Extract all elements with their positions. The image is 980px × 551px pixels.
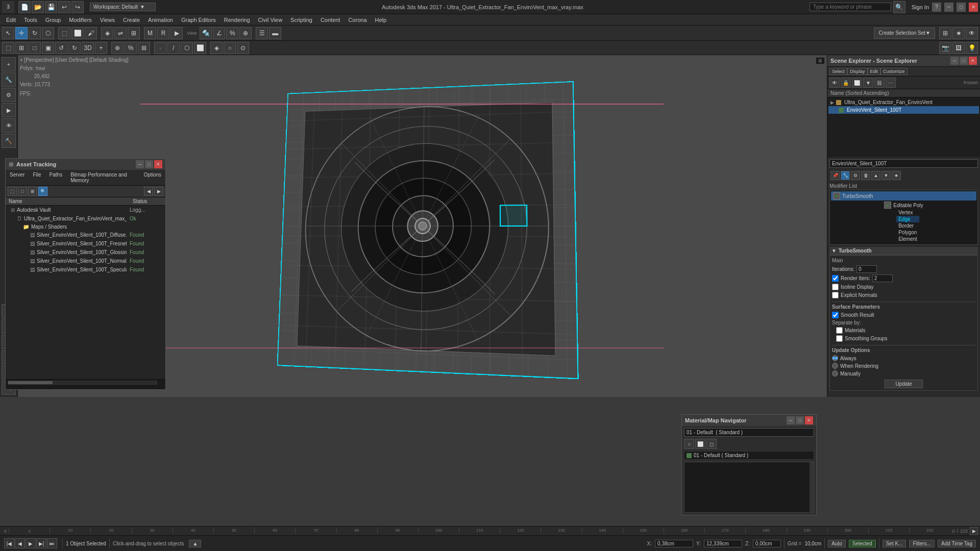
menu-content[interactable]: Content (316, 16, 345, 24)
mod-enable-edpoly[interactable]: ✓ (884, 202, 891, 209)
materials-checkbox[interactable] (836, 327, 843, 334)
menu-animation[interactable]: Animation (144, 16, 177, 24)
mod-icon-down[interactable]: ▼ (881, 171, 891, 180)
scene-explorer-minimize-btn[interactable]: ─ (950, 57, 959, 65)
modifier-item-turbosmooth[interactable]: ✓ TurboSmooth (831, 191, 976, 201)
tb2-constraints[interactable]: % (125, 42, 137, 54)
hierarchy-panel-btn[interactable]: ⚙ (2, 88, 16, 102)
at-row-vault[interactable]: ⊞ Autodesk Vault Logg... (6, 206, 165, 214)
create-selection-set-btn[interactable]: Create Selection Set ▼ (874, 28, 935, 39)
tb2-edge[interactable]: / (167, 42, 180, 54)
mod-icon-highlight[interactable]: ★ (892, 171, 901, 180)
z-input[interactable] (753, 540, 781, 547)
se-icon-link[interactable]: ⛓ (874, 78, 885, 88)
percent-snap-btn[interactable]: % (226, 27, 238, 39)
auto-btn[interactable]: Auto (828, 540, 846, 547)
at-row-normal[interactable]: 🖼 Silver_EnviroVent_Silent_100T_Normal.p… (6, 257, 165, 265)
se-menu-select[interactable]: Select (829, 68, 847, 75)
mn-minimize-btn[interactable]: ─ (787, 416, 795, 424)
angle-snap-btn[interactable]: ∠ (213, 27, 225, 39)
tb2-poly[interactable]: ⬡ (181, 42, 193, 54)
tb2-btn3[interactable]: □ (29, 42, 41, 54)
subobj-polygon[interactable]: Polygon (896, 229, 919, 236)
at-restore-btn[interactable]: □ (145, 160, 153, 168)
ts-isoline-checkbox[interactable] (832, 284, 839, 290)
menu-group[interactable]: Group (41, 16, 65, 24)
utilities-panel-btn[interactable]: 🔨 (2, 134, 16, 148)
menu-corona[interactable]: Corona (344, 16, 371, 24)
search-input[interactable] (810, 3, 891, 11)
at-menu-file[interactable]: File (29, 171, 45, 184)
window-crossing-btn[interactable]: ⬜ (71, 27, 84, 39)
se-menu-edit[interactable]: Edit (868, 68, 881, 75)
scene-states-btn[interactable]: ★ (952, 27, 965, 39)
at-menu-paths[interactable]: Paths (45, 171, 67, 184)
at-tb-nav-next[interactable]: ▶ (154, 187, 163, 196)
se-menu-customize[interactable]: Customize (880, 68, 908, 75)
timeline-ruler[interactable]: 0 10 20 30 40 50 60 70 80 90 100 110 120… (9, 528, 950, 534)
prev-frame-btn[interactable]: ◀ (15, 538, 25, 548)
toggle-ribbon-btn[interactable]: ▬ (269, 27, 281, 39)
tb2-btn7[interactable]: 3D (82, 42, 94, 54)
at-close-btn[interactable]: ✕ (154, 160, 162, 168)
mn-scrollbar[interactable] (810, 462, 814, 512)
mirror-btn[interactable]: ⇌ (114, 27, 127, 39)
scene-explorer-maximize-btn[interactable]: □ (960, 57, 968, 65)
tb2-btn5[interactable]: ↺ (55, 42, 67, 54)
se-item-envirovent[interactable]: EnviroVent_Silent_100T (828, 106, 979, 114)
at-menu-options[interactable]: Options (140, 171, 165, 184)
menu-create[interactable]: Create (119, 16, 144, 24)
at-tb-icon4[interactable]: 🔍 (38, 187, 47, 196)
set-key-btn[interactable]: Set K... (883, 540, 906, 547)
display-floater-btn[interactable]: 👁 (966, 27, 978, 39)
rotate-btn[interactable]: ↻ (29, 27, 41, 39)
scene-explorer-close-btn[interactable]: ✕ (969, 57, 977, 65)
modify-panel-btn[interactable]: 🔧 (2, 72, 16, 87)
material-editor-btn[interactable]: M (144, 27, 156, 39)
mod-icon-delete[interactable]: 🗑 (861, 171, 870, 180)
tb2-camera[interactable]: 📷 (939, 42, 951, 54)
tb2-btn4[interactable]: ▣ (42, 42, 54, 54)
at-tb-icon2[interactable]: □ (18, 187, 27, 196)
update-btn[interactable]: Update (885, 380, 922, 388)
subobj-edge[interactable]: Edge (896, 216, 919, 222)
tb2-light[interactable]: 💡 (966, 42, 978, 54)
save-btn[interactable]: 💾 (45, 1, 57, 13)
mod-icon-pin[interactable]: 📌 (830, 171, 840, 180)
timeline-nav-right[interactable]: ▶ (970, 527, 978, 535)
render-setup-btn[interactable]: R (157, 27, 169, 39)
play-end-btn[interactable]: ⏭ (47, 538, 57, 548)
menu-rendering[interactable]: Rendering (220, 16, 254, 24)
mod-icon-up[interactable]: ▲ (871, 171, 880, 180)
ts-explicit-normals-checkbox[interactable] (832, 292, 839, 298)
tb2-btn2[interactable]: ⊞ (15, 42, 28, 54)
select-region-btn[interactable]: ⬚ (58, 27, 70, 39)
at-content[interactable]: ⊞ Autodesk Vault Logg... 🗒 Ultra_Quiet_E… (6, 206, 165, 379)
mod-enable-turbosmooth[interactable]: ✓ (833, 192, 840, 199)
menu-views[interactable]: Views (96, 16, 119, 24)
move-btn[interactable]: ✛ (15, 27, 28, 39)
se-icon-eye[interactable]: 👁 (829, 78, 840, 88)
tb2-snap-toggle[interactable]: ⊕ (111, 42, 124, 54)
new-btn[interactable]: 📄 (18, 1, 31, 13)
spinner-snap-btn[interactable]: ⊕ (239, 27, 252, 39)
menu-graph-editors[interactable]: Graph Editors (177, 16, 220, 24)
open-btn[interactable]: 📂 (32, 1, 44, 13)
mn-close-btn[interactable]: ✕ (805, 416, 813, 424)
tb2-btn8[interactable]: + (95, 42, 107, 54)
create-panel-btn[interactable]: + (2, 57, 16, 71)
paint-select-btn[interactable]: 🖌 (85, 27, 97, 39)
se-icon-lock[interactable]: 🔒 (841, 78, 851, 88)
menu-tools[interactable]: Tools (20, 16, 41, 24)
subobj-border[interactable]: Border (896, 222, 919, 229)
tb2-select-invert[interactable]: ⊙ (237, 42, 249, 54)
scale-btn[interactable]: ⬡ (42, 27, 54, 39)
at-tb-icon3[interactable]: ⊞ (28, 187, 37, 196)
at-row-specular[interactable]: 🖼 Silver_EnviroVent_Silent_100T_Specular… (6, 265, 165, 274)
select-filter-btn[interactable]: ◈ (101, 27, 113, 39)
display-panel-btn[interactable]: 👁 (2, 118, 16, 133)
at-row-diffuse[interactable]: 🖼 Silver_EnviroVent_Silent_100T_Diffuse.… (6, 231, 165, 239)
play-back-btn[interactable]: |◀ (4, 538, 14, 548)
named-sets-btn[interactable]: ☰ (256, 27, 268, 39)
mn-icon-sphere[interactable]: ○ (684, 439, 694, 449)
